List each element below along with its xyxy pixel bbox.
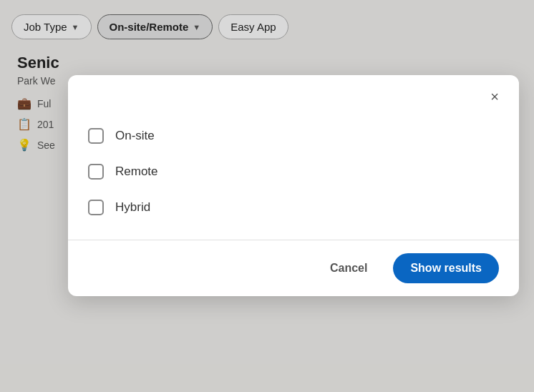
hybrid-checkbox[interactable] [88, 200, 104, 215]
remote-checkbox[interactable] [88, 164, 104, 180]
modal-footer: Cancel Show results [68, 240, 519, 296]
remote-label: Remote [115, 165, 158, 179]
close-button[interactable]: × [485, 87, 505, 107]
onsite-label: On-site [115, 129, 155, 143]
option-onsite[interactable]: On-site [88, 118, 499, 154]
cancel-button[interactable]: Cancel [319, 255, 379, 282]
hybrid-label: Hybrid [115, 200, 150, 215]
onsite-checkbox[interactable] [88, 128, 104, 144]
filter-modal: × On-site Remote Hybrid Cancel Show resu… [68, 75, 519, 296]
show-results-button[interactable]: Show results [393, 253, 499, 283]
option-hybrid[interactable]: Hybrid [88, 190, 499, 225]
modal-header: × [68, 75, 519, 112]
option-remote[interactable]: Remote [88, 154, 499, 190]
modal-options-list: On-site Remote Hybrid [68, 112, 519, 240]
